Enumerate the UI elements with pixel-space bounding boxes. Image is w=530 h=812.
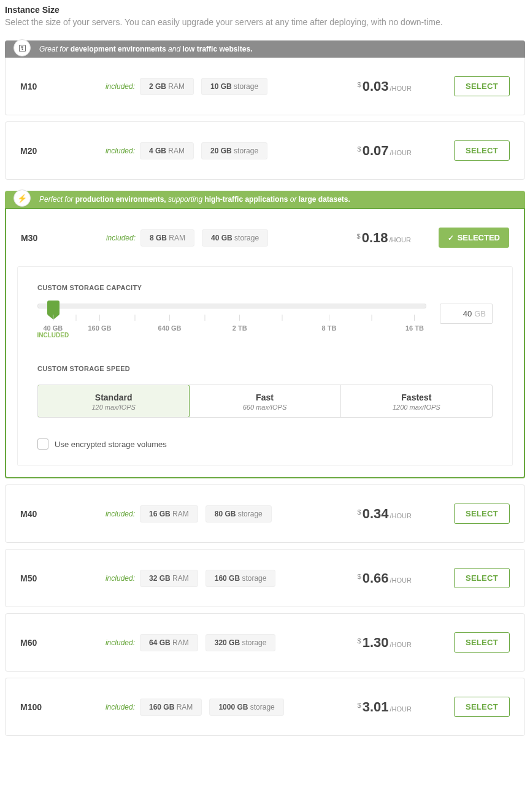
included-label: included: (103, 82, 140, 91)
check-icon: ✓ (448, 234, 454, 242)
ram-pill: 32 GB RAM (140, 570, 198, 587)
detail-panel: CUSTOM STORAGE CAPACITY 40 GBINCLUDED 16… (17, 266, 513, 466)
price: $ 3.01 /HOUR (358, 699, 412, 715)
storage-capacity-label: CUSTOM STORAGE CAPACITY (37, 284, 493, 291)
tier-m100[interactable]: M100 included: 160 GB RAM 1000 GB storag… (5, 678, 525, 736)
price: $ 0.18 /HOUR (357, 230, 411, 246)
price: $ 1.30 /HOUR (358, 635, 412, 651)
tier-name: M100 (20, 702, 103, 712)
included-label: included: (103, 510, 140, 518)
select-button[interactable]: SELECT (454, 76, 510, 96)
ram-pill: 4 GB RAM (140, 142, 194, 159)
tier-name: M60 (20, 638, 103, 648)
tier-name: M20 (20, 146, 103, 156)
included-label: included: (103, 574, 140, 583)
ram-pill: 16 GB RAM (140, 505, 198, 523)
tier-name: M30 (21, 233, 104, 243)
banner-dev: ⚿ Great for development environments and… (5, 40, 525, 58)
banner-prod: ⚡ Perfect for production environments, s… (5, 191, 525, 208)
bolt-icon: ⚡ (13, 190, 31, 207)
ram-pill: 160 GB RAM (140, 699, 202, 716)
speed-fastest[interactable]: Fastest 1200 max/IOPS (341, 385, 492, 417)
storage-pill: 20 GB storage (201, 142, 267, 159)
tier-m40[interactable]: M40 included: 16 GB RAM 80 GB storage $ … (5, 485, 525, 543)
ram-pill: 64 GB RAM (140, 634, 198, 651)
select-button[interactable]: SELECT (454, 697, 510, 717)
select-button[interactable]: SELECT (454, 140, 510, 161)
price: $ 0.66 /HOUR (358, 570, 412, 586)
storage-pill: 40 GB storage (202, 229, 268, 247)
price: $ 0.07 /HOUR (358, 143, 412, 159)
select-button[interactable]: SELECT (454, 632, 510, 653)
tier-m50[interactable]: M50 included: 32 GB RAM 160 GB storage $… (5, 549, 525, 607)
included-label: included: (103, 147, 140, 155)
tier-name: M10 (20, 82, 103, 91)
tier-m20[interactable]: M20 included: 4 GB RAM 20 GB storage $ 0… (5, 121, 525, 180)
page-title: Instance Size (5, 5, 525, 15)
speed-standard[interactable]: Standard 120 max/IOPS (37, 385, 190, 418)
tier-name: M40 (20, 509, 103, 519)
speed-fast[interactable]: Fast 660 max/IOPS (189, 385, 340, 417)
included-label: included: (103, 638, 140, 647)
price: $ 0.34 /HOUR (358, 506, 412, 522)
tier-name: M50 (20, 573, 103, 583)
storage-speed-label: CUSTOM STORAGE SPEED (37, 365, 493, 372)
tier-m10[interactable]: M10 included: 2 GB RAM 10 GB storage $ 0… (5, 58, 525, 115)
encrypt-label: Use encrypted storage volumes (55, 440, 167, 449)
slider-handle[interactable] (47, 301, 60, 315)
storage-value-input[interactable]: 40GB (440, 304, 493, 324)
ram-pill: 2 GB RAM (140, 78, 194, 95)
key-icon: ⚿ (13, 39, 31, 56)
ram-pill: 8 GB RAM (140, 229, 194, 247)
storage-slider[interactable] (37, 304, 426, 308)
page-subtitle: Select the size of your servers. You can… (5, 17, 525, 27)
select-button[interactable]: SELECT (454, 568, 510, 588)
storage-pill: 320 GB storage (205, 634, 276, 651)
storage-pill: 1000 GB storage (209, 699, 283, 716)
selected-badge: ✓SELECTED (439, 228, 509, 248)
included-label: included: (103, 703, 140, 711)
tier-m30[interactable]: M30 included: 8 GB RAM 40 GB storage $ 0… (5, 208, 525, 478)
select-button[interactable]: SELECT (454, 504, 510, 524)
encrypt-checkbox[interactable] (37, 439, 48, 450)
tier-m60[interactable]: M60 included: 64 GB RAM 320 GB storage $… (5, 613, 525, 672)
price: $ 0.03 /HOUR (358, 79, 412, 94)
storage-pill: 10 GB storage (201, 78, 267, 95)
storage-pill: 160 GB storage (205, 570, 276, 587)
included-label: included: (104, 234, 140, 242)
storage-pill: 80 GB storage (205, 505, 272, 523)
speed-tabs: Standard 120 max/IOPS Fast 660 max/IOPS … (37, 385, 493, 418)
